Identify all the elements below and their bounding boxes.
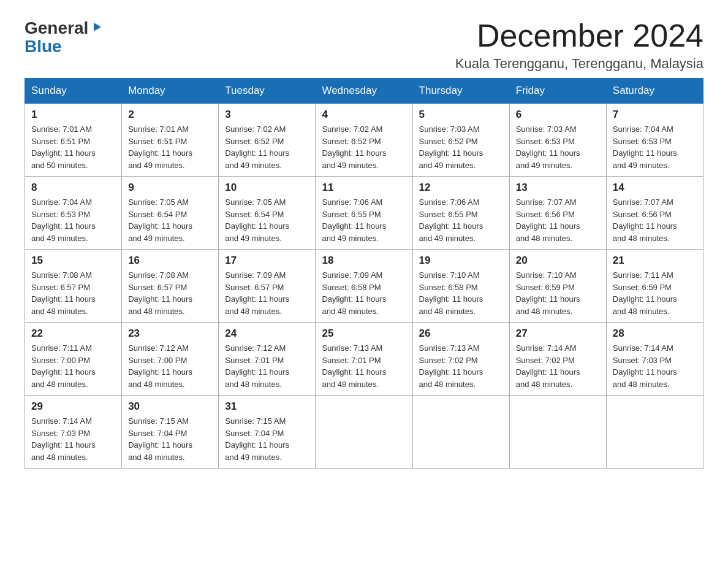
calendar-header-thursday: Thursday <box>412 79 509 104</box>
day-info: Sunrise: 7:14 AM Sunset: 7:02 PM Dayligh… <box>516 342 600 390</box>
calendar-cell: 20 Sunrise: 7:10 AM Sunset: 6:59 PM Dayl… <box>509 250 606 323</box>
day-number: 22 <box>31 327 115 340</box>
day-info: Sunrise: 7:09 AM Sunset: 6:57 PM Dayligh… <box>225 269 309 317</box>
calendar-cell <box>316 396 412 469</box>
location-title: Kuala Terengganu, Terengganu, Malaysia <box>455 56 703 72</box>
day-info: Sunrise: 7:09 AM Sunset: 6:58 PM Dayligh… <box>322 269 406 317</box>
day-number: 7 <box>613 109 697 121</box>
calendar-cell <box>509 396 606 469</box>
day-info: Sunrise: 7:05 AM Sunset: 6:54 PM Dayligh… <box>225 196 309 244</box>
calendar-week-row: 22 Sunrise: 7:11 AM Sunset: 7:00 PM Dayl… <box>25 323 703 396</box>
day-number: 14 <box>613 182 697 194</box>
day-number: 6 <box>516 109 600 121</box>
day-number: 15 <box>31 255 115 267</box>
calendar-week-row: 29 Sunrise: 7:14 AM Sunset: 7:03 PM Dayl… <box>25 396 703 469</box>
day-number: 19 <box>419 255 503 267</box>
day-number: 2 <box>128 109 212 121</box>
calendar-cell: 25 Sunrise: 7:13 AM Sunset: 7:01 PM Dayl… <box>316 323 412 396</box>
day-info: Sunrise: 7:04 AM Sunset: 6:53 PM Dayligh… <box>613 123 697 171</box>
svg-marker-0 <box>94 23 101 31</box>
day-info: Sunrise: 7:13 AM Sunset: 7:01 PM Dayligh… <box>322 342 406 390</box>
calendar-cell: 12 Sunrise: 7:06 AM Sunset: 6:55 PM Dayl… <box>412 177 509 250</box>
calendar-cell: 21 Sunrise: 7:11 AM Sunset: 6:59 PM Dayl… <box>606 250 703 323</box>
day-number: 30 <box>128 400 212 413</box>
calendar-header-tuesday: Tuesday <box>219 79 316 104</box>
calendar-cell: 22 Sunrise: 7:11 AM Sunset: 7:00 PM Dayl… <box>25 323 122 396</box>
day-info: Sunrise: 7:05 AM Sunset: 6:54 PM Dayligh… <box>128 196 212 244</box>
calendar-cell: 3 Sunrise: 7:02 AM Sunset: 6:52 PM Dayli… <box>219 104 316 177</box>
day-number: 5 <box>419 109 503 121</box>
calendar-week-row: 15 Sunrise: 7:08 AM Sunset: 6:57 PM Dayl… <box>25 250 703 323</box>
calendar-week-row: 8 Sunrise: 7:04 AM Sunset: 6:53 PM Dayli… <box>25 177 703 250</box>
calendar-cell: 4 Sunrise: 7:02 AM Sunset: 6:52 PM Dayli… <box>316 104 412 177</box>
day-number: 20 <box>516 255 600 267</box>
month-title: December 2024 <box>455 18 703 53</box>
calendar-header-friday: Friday <box>509 79 606 104</box>
day-info: Sunrise: 7:07 AM Sunset: 6:56 PM Dayligh… <box>516 196 600 244</box>
calendar-cell: 14 Sunrise: 7:07 AM Sunset: 6:56 PM Dayl… <box>606 177 703 250</box>
day-info: Sunrise: 7:11 AM Sunset: 7:00 PM Dayligh… <box>31 342 115 390</box>
day-info: Sunrise: 7:07 AM Sunset: 6:56 PM Dayligh… <box>613 196 697 244</box>
calendar-cell: 10 Sunrise: 7:05 AM Sunset: 6:54 PM Dayl… <box>219 177 316 250</box>
calendar-header-monday: Monday <box>122 79 219 104</box>
day-info: Sunrise: 7:14 AM Sunset: 7:03 PM Dayligh… <box>31 415 115 463</box>
day-info: Sunrise: 7:15 AM Sunset: 7:04 PM Dayligh… <box>128 415 212 463</box>
day-number: 8 <box>31 182 115 194</box>
calendar-cell: 31 Sunrise: 7:15 AM Sunset: 7:04 PM Dayl… <box>219 396 316 469</box>
calendar-cell: 26 Sunrise: 7:13 AM Sunset: 7:02 PM Dayl… <box>412 323 509 396</box>
day-info: Sunrise: 7:02 AM Sunset: 6:52 PM Dayligh… <box>225 123 309 171</box>
calendar-cell: 30 Sunrise: 7:15 AM Sunset: 7:04 PM Dayl… <box>122 396 219 469</box>
calendar-cell: 15 Sunrise: 7:08 AM Sunset: 6:57 PM Dayl… <box>25 250 122 323</box>
logo-triangle-icon <box>90 20 104 34</box>
calendar-cell: 17 Sunrise: 7:09 AM Sunset: 6:57 PM Dayl… <box>219 250 316 323</box>
logo: General Blue <box>25 18 104 55</box>
day-info: Sunrise: 7:04 AM Sunset: 6:53 PM Dayligh… <box>31 196 115 244</box>
calendar-header-row: SundayMondayTuesdayWednesdayThursdayFrid… <box>25 79 703 104</box>
calendar-cell <box>606 396 703 469</box>
day-info: Sunrise: 7:03 AM Sunset: 6:53 PM Dayligh… <box>516 123 600 171</box>
day-info: Sunrise: 7:15 AM Sunset: 7:04 PM Dayligh… <box>225 415 309 463</box>
day-number: 4 <box>322 109 406 121</box>
day-info: Sunrise: 7:14 AM Sunset: 7:03 PM Dayligh… <box>613 342 697 390</box>
day-info: Sunrise: 7:13 AM Sunset: 7:02 PM Dayligh… <box>419 342 503 390</box>
calendar-cell: 18 Sunrise: 7:09 AM Sunset: 6:58 PM Dayl… <box>316 250 412 323</box>
day-number: 29 <box>31 400 115 413</box>
day-info: Sunrise: 7:06 AM Sunset: 6:55 PM Dayligh… <box>419 196 503 244</box>
logo-blue-text: Blue <box>25 38 62 55</box>
calendar-cell: 2 Sunrise: 7:01 AM Sunset: 6:51 PM Dayli… <box>122 104 219 177</box>
day-number: 28 <box>613 327 697 340</box>
day-info: Sunrise: 7:11 AM Sunset: 6:59 PM Dayligh… <box>613 269 697 317</box>
logo-general-text: General <box>25 18 88 38</box>
day-number: 26 <box>419 327 503 340</box>
calendar-header-sunday: Sunday <box>25 79 122 104</box>
calendar-cell: 9 Sunrise: 7:05 AM Sunset: 6:54 PM Dayli… <box>122 177 219 250</box>
day-number: 21 <box>613 255 697 267</box>
calendar-cell: 19 Sunrise: 7:10 AM Sunset: 6:58 PM Dayl… <box>412 250 509 323</box>
day-info: Sunrise: 7:01 AM Sunset: 6:51 PM Dayligh… <box>128 123 212 171</box>
day-info: Sunrise: 7:10 AM Sunset: 6:58 PM Dayligh… <box>419 269 503 317</box>
calendar-cell: 1 Sunrise: 7:01 AM Sunset: 6:51 PM Dayli… <box>25 104 122 177</box>
calendar-cell: 16 Sunrise: 7:08 AM Sunset: 6:57 PM Dayl… <box>122 250 219 323</box>
day-number: 31 <box>225 400 309 413</box>
calendar-cell: 28 Sunrise: 7:14 AM Sunset: 7:03 PM Dayl… <box>606 323 703 396</box>
calendar-cell: 24 Sunrise: 7:12 AM Sunset: 7:01 PM Dayl… <box>219 323 316 396</box>
day-info: Sunrise: 7:01 AM Sunset: 6:51 PM Dayligh… <box>31 123 115 171</box>
day-info: Sunrise: 7:12 AM Sunset: 7:01 PM Dayligh… <box>225 342 309 390</box>
day-number: 25 <box>322 327 406 340</box>
day-number: 10 <box>225 182 309 194</box>
day-number: 24 <box>225 327 309 340</box>
title-area: December 2024 Kuala Terengganu, Terengga… <box>455 18 703 72</box>
calendar-cell: 11 Sunrise: 7:06 AM Sunset: 6:55 PM Dayl… <box>316 177 412 250</box>
calendar-cell: 5 Sunrise: 7:03 AM Sunset: 6:52 PM Dayli… <box>412 104 509 177</box>
calendar-week-row: 1 Sunrise: 7:01 AM Sunset: 6:51 PM Dayli… <box>25 104 703 177</box>
calendar-cell: 29 Sunrise: 7:14 AM Sunset: 7:03 PM Dayl… <box>25 396 122 469</box>
calendar-cell: 13 Sunrise: 7:07 AM Sunset: 6:56 PM Dayl… <box>509 177 606 250</box>
day-number: 9 <box>128 182 212 194</box>
calendar-header-saturday: Saturday <box>606 79 703 104</box>
calendar-cell: 8 Sunrise: 7:04 AM Sunset: 6:53 PM Dayli… <box>25 177 122 250</box>
calendar-table: SundayMondayTuesdayWednesdayThursdayFrid… <box>25 78 703 469</box>
day-number: 23 <box>128 327 212 340</box>
day-number: 27 <box>516 327 600 340</box>
day-number: 1 <box>31 109 115 121</box>
day-number: 18 <box>322 255 406 267</box>
